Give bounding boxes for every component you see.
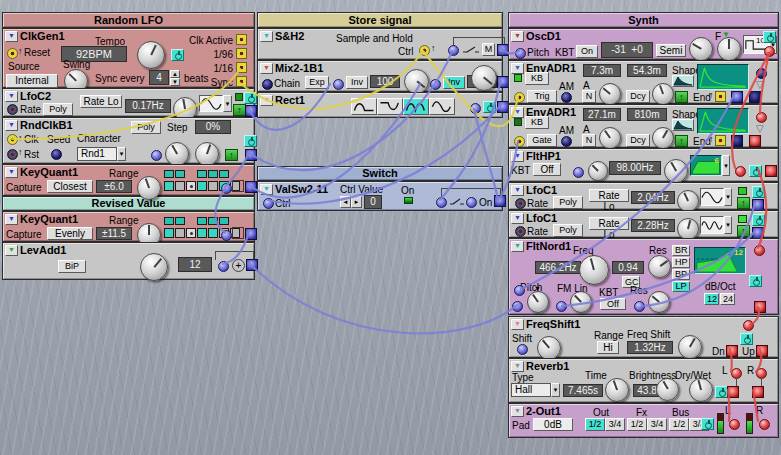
reset-input-socket[interactable] (7, 48, 18, 59)
key-on[interactable] (219, 217, 229, 225)
waveform-dropdown-arrow[interactable]: ▾ (724, 216, 732, 234)
collapse-triangle-icon[interactable]: ▼ (511, 213, 524, 224)
module-lfoc2[interactable]: ▼ LfoC2 Rate Poly Rate Lo 0.17Hz ▾ ↑ (2, 88, 255, 117)
character-dropdown[interactable]: Rnd1 (77, 147, 117, 161)
range-button[interactable]: Hi (597, 341, 619, 354)
pitch-input-socket[interactable] (515, 48, 526, 59)
range-up-button[interactable]: ↑ (225, 149, 238, 161)
inv2-button[interactable]: Inv (443, 76, 465, 89)
collapse-triangle-icon[interactable]: ▼ (511, 107, 524, 118)
left-input-socket[interactable] (731, 368, 742, 379)
level2-knob[interactable] (471, 65, 497, 91)
env-ctrl-output[interactable] (731, 135, 743, 147)
range-up-button[interactable]: ↑ (675, 135, 688, 147)
time-knob[interactable] (605, 378, 629, 402)
tune-display[interactable]: -31 +0 (601, 42, 653, 58)
key-dot[interactable] (186, 228, 196, 238)
pitch-var-socket[interactable] (514, 285, 525, 296)
random-output[interactable] (245, 149, 257, 161)
pitch-input-socket[interactable] (221, 230, 232, 241)
audio-output[interactable] (754, 301, 766, 313)
collapse-triangle-icon[interactable]: ▼ (511, 31, 524, 42)
collapse-triangle-icon[interactable]: ▼ (511, 241, 524, 252)
module-rect1[interactable]: ▼ Rect1 (257, 92, 503, 118)
collapse-triangle-icon[interactable]: ▼ (511, 361, 524, 372)
attack-display[interactable]: 27.1m (583, 108, 621, 121)
env-output[interactable] (756, 68, 767, 79)
group-header-synth[interactable]: Synth (508, 12, 779, 28)
mod-amount-knob[interactable] (588, 161, 608, 181)
waveform-selector[interactable] (700, 216, 724, 234)
key-on[interactable] (197, 181, 207, 191)
dry-wet-knob[interactable] (689, 378, 713, 402)
power-button[interactable] (752, 214, 765, 226)
key-on[interactable] (208, 170, 218, 178)
in2-socket[interactable] (466, 197, 477, 208)
collapse-triangle-icon[interactable]: ▼ (511, 406, 524, 417)
audio-input-socket[interactable] (743, 320, 754, 331)
ctrl-input-socket[interactable] (419, 45, 430, 56)
power-button[interactable] (740, 333, 753, 345)
collapse-triangle-icon[interactable]: ▼ (511, 319, 524, 330)
hp-button[interactable]: HP (672, 257, 690, 268)
freq-knob[interactable] (579, 255, 609, 285)
waveform-selector[interactable] (199, 95, 223, 112)
module-lfoc1b[interactable]: ▼ LfoC1 Rate Poly Rate Lo 2.28Hz ▾ ↑ (508, 210, 779, 238)
tune-knob[interactable] (689, 37, 713, 61)
module-clkgen1[interactable]: ▼ ClkGen1 Tempo ↑ Reset 92BPM Source Int… (2, 28, 255, 88)
cutoff-knob[interactable] (664, 159, 688, 183)
attack-shape-button[interactable]: N (582, 134, 596, 147)
shape-selector-button[interactable] (672, 119, 694, 131)
module-oscd1[interactable]: ▼ OscD1 Pitch KBT On -31 +0 Semi F ▼ 10 … (508, 28, 779, 60)
out-sync-output[interactable] (236, 76, 247, 87)
pitch-input-socket[interactable] (512, 301, 523, 312)
rate-display[interactable]: 2.28Hz (631, 219, 675, 232)
shift-mod-socket[interactable] (517, 344, 528, 355)
type-dropdown[interactable]: Hall (511, 383, 551, 397)
audio-output[interactable] (765, 165, 777, 177)
lp-button[interactable]: LP (672, 281, 690, 292)
module-flthp1[interactable]: ▼ FltHP1 KBT Off 98.00Hz 6 ▾ (508, 148, 779, 182)
time-display[interactable]: 7.465s (563, 384, 603, 397)
rate-knob[interactable] (677, 218, 699, 240)
source-button[interactable]: Internal (6, 74, 58, 88)
collapse-triangle-icon[interactable]: ▼ (5, 31, 18, 42)
module-keyquant2[interactable]: ▼ KeyQuant1 Range Capture Evenly ±11.5 (2, 211, 255, 242)
group-header-switch[interactable]: Switch (257, 166, 503, 181)
range-display[interactable]: ±6.0 (96, 180, 132, 193)
collapse-triangle-icon[interactable]: ▼ (5, 120, 18, 131)
rate-lo-button[interactable]: Rate Lo (589, 189, 629, 202)
right-input-socket[interactable] (756, 368, 767, 379)
audio-input-socket[interactable] (735, 166, 746, 177)
seed-input-socket[interactable] (51, 149, 62, 160)
slope-24-button[interactable]: 24 (720, 293, 735, 305)
rate-input-socket[interactable] (7, 104, 18, 115)
freq-shift-display[interactable]: 1.32Hz (627, 341, 673, 354)
res-mod-knob[interactable] (648, 291, 670, 313)
collapse-triangle-icon[interactable]: ▼ (260, 95, 273, 106)
lfo-output[interactable] (245, 105, 257, 117)
power-button[interactable] (701, 418, 714, 430)
collapse-triangle-icon[interactable]: ▼ (260, 184, 273, 195)
character-knob[interactable] (195, 142, 219, 166)
env-audio-input[interactable] (756, 112, 767, 123)
out-1-16-output[interactable] (236, 62, 247, 73)
br-button[interactable]: BR (672, 245, 690, 256)
module-env2[interactable]: ▼ EnvADR1 KB AM Gate 27.1m A N 810m Dcy … (508, 104, 779, 148)
decay-knob[interactable] (652, 127, 674, 149)
pitch-knob[interactable] (527, 291, 549, 313)
gate-input-socket[interactable] (514, 136, 525, 147)
cutoff-display[interactable]: 98.00Hz (609, 161, 661, 175)
attack-knob[interactable] (599, 127, 621, 149)
am-input-socket[interactable] (561, 136, 572, 147)
module-mix2[interactable]: ▼ Mix2-1B1 Chain Exp Inv 100 Inv 100 (257, 60, 503, 92)
res-display[interactable]: 0.94 (612, 261, 644, 274)
quantized-output[interactable] (245, 228, 257, 240)
key-on[interactable] (219, 170, 229, 178)
kb-button[interactable]: KB (525, 72, 549, 85)
waveform-dropdown-arrow[interactable]: ▾ (223, 95, 232, 112)
module-keyquant1[interactable]: ▼ KeyQuant1 Range Capture Closest ±6.0 (2, 164, 255, 196)
collapse-triangle-icon[interactable]: ▼ (5, 214, 18, 225)
poly-button[interactable]: Poly (553, 224, 583, 237)
down-shift-output[interactable] (726, 345, 738, 357)
